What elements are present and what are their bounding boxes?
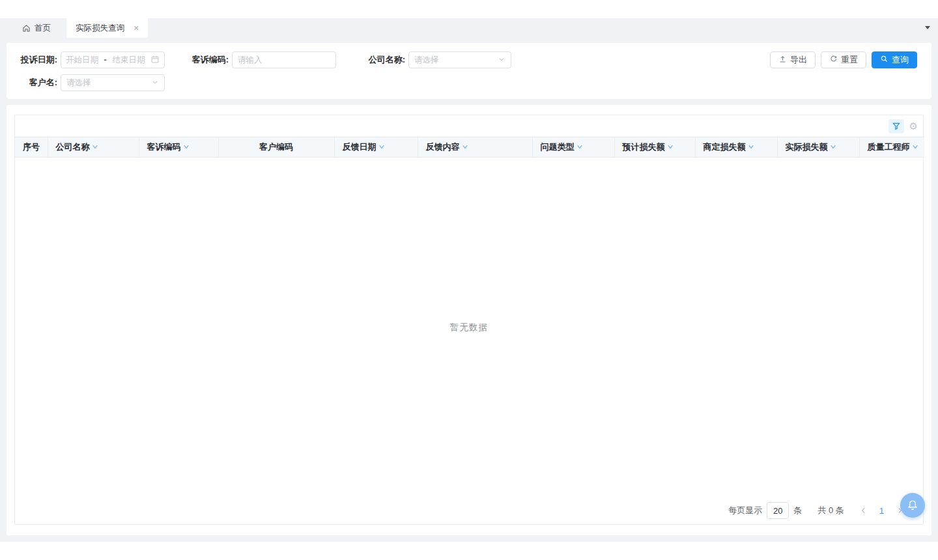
- table-toolbar: ⚙: [15, 115, 923, 137]
- reset-button[interactable]: 重置: [821, 51, 866, 68]
- sort-caret-icon: [576, 141, 583, 151]
- content-area: 投诉日期: 开始日期 - 结束日期: [0, 38, 938, 542]
- bell-icon: [906, 499, 919, 512]
- tab-home[interactable]: 首页: [13, 18, 60, 38]
- sort-caret-icon: [667, 141, 674, 151]
- search-icon: [880, 55, 888, 65]
- page-size-input[interactable]: [767, 502, 789, 519]
- col-header-index: 序号: [15, 137, 48, 158]
- customer-name-select[interactable]: 请选择: [61, 74, 165, 91]
- tab-actual-loss-query[interactable]: 实际损失查询 ×: [66, 18, 148, 38]
- complaint-code-input[interactable]: [238, 55, 330, 64]
- search-button-label: 查询: [892, 54, 909, 66]
- export-icon: [778, 55, 787, 65]
- col-header-problem-type[interactable]: 问题类型: [532, 137, 614, 158]
- home-icon: [22, 24, 31, 33]
- sort-caret-icon: [378, 141, 385, 151]
- col-header-actual-loss[interactable]: 实际损失额: [777, 137, 859, 158]
- filter-panel: 投诉日期: 开始日期 - 结束日期: [7, 43, 931, 99]
- reset-button-label: 重置: [841, 54, 858, 66]
- per-page-prefix-label: 每页显示: [728, 505, 762, 516]
- table-header-row: 序号 公司名称 客诉编码 客户编码 反馈日期 反馈内容 问题类型 预计损失额 商…: [15, 137, 924, 158]
- tab-close-icon[interactable]: ×: [134, 23, 139, 33]
- col-header-customer-code: 客户编码: [218, 137, 334, 158]
- chevron-down-icon: [498, 55, 505, 65]
- table-panel: ⚙ 序号 公司名称 客诉编码 客户编码 反馈日期: [7, 105, 931, 535]
- chevron-down-icon: [151, 78, 159, 88]
- sort-caret-icon: [830, 141, 836, 151]
- complaint-date-label: 投诉日期:: [20, 54, 57, 66]
- sort-caret-icon: [462, 141, 468, 151]
- date-end-placeholder: 结束日期: [112, 55, 145, 66]
- search-button[interactable]: 查询: [872, 51, 917, 68]
- complaint-code-input-wrap: [232, 51, 336, 68]
- col-header-feedback-content[interactable]: 反馈内容: [418, 137, 532, 158]
- app-window: 首页 实际损失查询 × 投诉日期: 开始日期 - 结束日期: [0, 0, 938, 560]
- col-header-quality-engineer[interactable]: 质量工程师: [859, 137, 924, 158]
- top-strip: [0, 0, 938, 18]
- data-table: 序号 公司名称 客诉编码 客户编码 反馈日期 反馈内容 问题类型 预计损失额 商…: [15, 137, 924, 158]
- current-page-number[interactable]: 1: [879, 506, 884, 516]
- date-range-separator: -: [104, 55, 107, 64]
- page-nav: 1: [860, 506, 903, 516]
- notification-bell-button[interactable]: [900, 493, 925, 518]
- sort-caret-icon: [748, 141, 754, 151]
- export-button[interactable]: 导出: [770, 51, 816, 68]
- date-start-placeholder: 开始日期: [66, 55, 98, 66]
- sort-caret-icon: [92, 141, 98, 151]
- table-empty-body: 暂无数据: [15, 158, 923, 497]
- tab-options-caret-icon[interactable]: [925, 26, 930, 29]
- tab-active-label: 实际损失查询: [76, 23, 124, 34]
- filter-complaint-code: 客诉编码:: [191, 51, 336, 68]
- customer-name-placeholder: 请选择: [66, 77, 91, 89]
- company-name-placeholder: 请选择: [414, 55, 439, 66]
- export-button-label: 导出: [790, 54, 807, 66]
- settings-gear-icon[interactable]: ⚙: [909, 121, 918, 131]
- filter-row-2: 客户名: 请选择: [20, 74, 917, 91]
- prev-page-icon[interactable]: [860, 507, 868, 514]
- company-name-select[interactable]: 请选择: [408, 51, 511, 68]
- filter-complaint-date: 投诉日期: 开始日期 - 结束日期: [20, 51, 165, 68]
- tab-bar: 首页 实际损失查询 ×: [0, 18, 938, 38]
- sort-caret-icon: [183, 141, 190, 151]
- total-count-label: 共 0 条: [817, 505, 844, 516]
- filter-customer-name: 客户名: 请选择: [20, 74, 165, 91]
- pagination: 每页显示 条 共 0 条 1: [15, 497, 923, 524]
- filter-icon[interactable]: [888, 119, 904, 133]
- refresh-icon: [829, 55, 838, 65]
- sort-caret-icon: [912, 141, 918, 151]
- tab-home-label: 首页: [35, 23, 51, 34]
- per-page-suffix-label: 条: [793, 505, 802, 516]
- col-header-feedback-date[interactable]: 反馈日期: [334, 137, 418, 158]
- filter-buttons: 导出 重置: [770, 51, 917, 68]
- complaint-date-range-input[interactable]: 开始日期 - 结束日期: [61, 51, 165, 68]
- col-header-company-name[interactable]: 公司名称: [48, 137, 139, 158]
- col-header-estimated-loss[interactable]: 预计损失额: [614, 137, 695, 158]
- empty-state-text: 暂无数据: [450, 322, 488, 333]
- col-header-agreed-loss[interactable]: 商定损失额: [695, 137, 777, 158]
- customer-name-label: 客户名:: [20, 77, 57, 89]
- filter-row-1: 投诉日期: 开始日期 - 结束日期: [20, 51, 917, 68]
- complaint-code-label: 客诉编码:: [191, 54, 229, 66]
- filter-company-name: 公司名称: 请选择: [362, 51, 511, 68]
- company-name-label: 公司名称:: [362, 54, 405, 66]
- table-container: ⚙ 序号 公司名称 客诉编码 客户编码 反馈日期: [14, 115, 924, 525]
- calendar-icon: [150, 55, 160, 66]
- col-header-complaint-code[interactable]: 客诉编码: [139, 137, 218, 158]
